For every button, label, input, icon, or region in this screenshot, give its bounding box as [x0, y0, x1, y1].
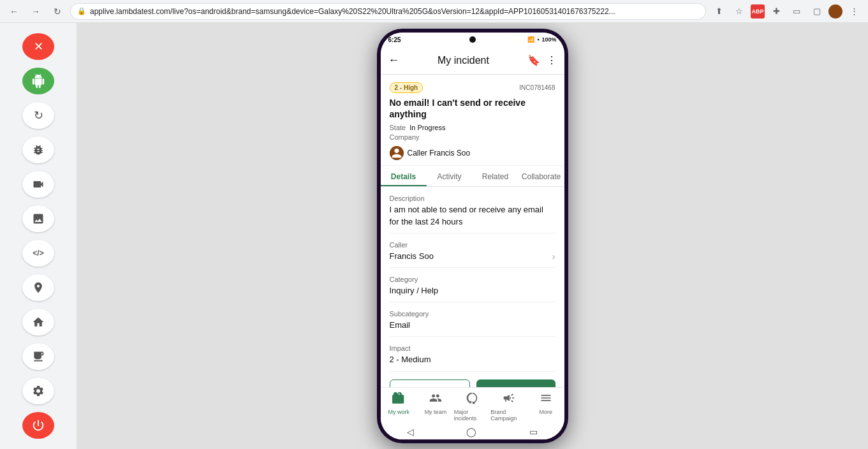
home-button[interactable] [22, 309, 54, 335]
app-menu-icon[interactable]: ⋮ [547, 54, 557, 66]
rotate-button[interactable]: ↻ [22, 102, 54, 129]
code-button[interactable]: </> [22, 240, 54, 267]
subcategory-value: Email [390, 320, 555, 331]
category-value: Inquiry / Help [390, 285, 555, 297]
android-nav-bar: ◁ ◯ ▭ [381, 424, 564, 439]
more-label: More [539, 409, 552, 415]
close-button[interactable]: ✕ [22, 33, 54, 60]
major-incidents-label: Major incidents [454, 409, 491, 422]
android-recent-btn[interactable]: ▭ [529, 427, 538, 437]
address-bar[interactable]: 🔒 applive.lambdatest.com/live?os=android… [70, 3, 706, 20]
browser-menu-button[interactable]: ⋮ [845, 3, 863, 20]
phone-screen: 6:25 📶 ▪ 100% ← My incident 🔖 ⋮ [381, 33, 564, 439]
report-button[interactable] [22, 343, 54, 370]
action-buttons: Add comments Resolve [381, 372, 564, 388]
brand-campaign-label: Brand Campaign [490, 409, 527, 422]
my-work-nav[interactable]: My work [381, 392, 418, 422]
video-button[interactable] [22, 171, 54, 198]
tab-details[interactable]: Details [381, 166, 427, 186]
settings-button[interactable] [22, 378, 54, 404]
subcategory-label: Subcategory [390, 310, 555, 318]
caller-avatar [390, 146, 404, 160]
address-text: applive.lambdatest.com/live?os=android&b… [90, 7, 699, 16]
wifi-icon: ▪ [537, 36, 539, 43]
back-button[interactable]: ← [5, 3, 23, 20]
tab-activity[interactable]: Activity [427, 166, 473, 186]
brand-campaign-nav[interactable]: Brand Campaign [490, 392, 527, 422]
app-title: My incident [405, 55, 522, 66]
category-label: Category [390, 276, 555, 283]
phone-frame: 6:25 📶 ▪ 100% ← My incident 🔖 ⋮ [377, 29, 568, 443]
state-value: In Progress [409, 124, 445, 131]
refresh-button[interactable]: ↻ [48, 3, 66, 20]
incident-id: INC0781468 [519, 84, 555, 91]
caller-arrow-icon: › [552, 251, 555, 261]
more-nav[interactable]: More [527, 392, 564, 422]
impact-value: 2 - Medium [390, 354, 555, 365]
share-button[interactable]: ⬆ [710, 3, 728, 20]
my-team-nav[interactable]: My team [417, 392, 454, 422]
cast-button[interactable]: ▭ [788, 3, 805, 20]
sidebar: ✕ ↻ </> [0, 23, 77, 449]
caller-row: Caller Francis Soo [390, 146, 555, 160]
category-field-block: Category Inquiry / Help [390, 268, 555, 302]
status-icons: 📶 ▪ 100% [527, 36, 556, 43]
browser-chrome: ← → ↻ 🔒 applive.lambdatest.com/live?os=a… [0, 0, 868, 23]
scroll-content: 2 - High INC0781468 No email! I can't se… [381, 75, 564, 387]
more-icon [540, 392, 552, 408]
state-label: State [390, 124, 406, 131]
bottom-nav: My work My team Major incidents [381, 387, 564, 424]
bookmark-icon[interactable]: 🔖 [527, 54, 540, 66]
android-home-btn[interactable]: ◯ [466, 427, 476, 437]
my-work-label: My work [388, 409, 410, 415]
my-team-label: My team [425, 409, 447, 415]
caller-value: Francis Soo [390, 251, 434, 262]
forward-button[interactable]: → [27, 3, 45, 20]
lock-icon: 🔒 [77, 7, 86, 15]
my-work-icon [392, 392, 405, 408]
tab-related[interactable]: Related [473, 166, 519, 186]
caller-value-row: Francis Soo › [390, 251, 555, 262]
status-time: 6:25 [388, 36, 401, 43]
incident-title: No email! I can't send or receive anythi… [390, 97, 555, 120]
major-incidents-nav[interactable]: Major incidents [454, 392, 491, 422]
impact-field-block: Impact 2 - Medium [390, 337, 555, 371]
tabs-bar: Details Activity Related Collaborate [381, 166, 564, 187]
description-label: Description [390, 195, 555, 202]
caller-name: Caller Francis Soo [408, 149, 471, 158]
browser-action-buttons: ⬆ ☆ ABP ✚ ▭ ▢ ⋮ [710, 3, 863, 20]
bookmark-button[interactable]: ☆ [730, 3, 748, 20]
app-bar-actions: 🔖 ⋮ [527, 54, 557, 66]
profile-avatar[interactable] [828, 4, 842, 18]
caller-field-block[interactable]: Caller Francis Soo › [390, 233, 555, 268]
power-button[interactable] [22, 412, 54, 439]
incident-header: 2 - High INC0781468 No email! I can't se… [381, 75, 564, 166]
description-value: I am not able to send or receive any ema… [390, 204, 555, 227]
gallery-button[interactable] [22, 205, 54, 232]
priority-badge: 2 - High [390, 82, 423, 93]
android-button[interactable] [22, 68, 54, 94]
app-bar: ← My incident 🔖 ⋮ [381, 47, 564, 75]
android-back-btn[interactable]: ◁ [407, 427, 414, 437]
description-field-block: Description I am not able to send or rec… [390, 187, 555, 233]
back-icon[interactable]: ← [388, 54, 400, 67]
impact-label: Impact [390, 344, 555, 352]
brand-campaign-icon [503, 392, 515, 408]
extensions-button[interactable]: ✚ [767, 3, 785, 20]
incident-meta: 2 - High INC0781468 [390, 82, 555, 93]
signal-icon: 📶 [527, 36, 534, 43]
add-comments-button[interactable]: Add comments [390, 379, 470, 388]
camera-hole [469, 36, 476, 43]
main-content: 6:25 📶 ▪ 100% ← My incident 🔖 ⋮ [77, 23, 868, 449]
resolve-button[interactable]: Resolve [476, 379, 555, 388]
state-row: State In Progress [390, 124, 555, 131]
location-button[interactable] [22, 274, 54, 301]
subcategory-field-block: Subcategory Email [390, 302, 555, 337]
bug-button[interactable] [22, 136, 54, 163]
major-incidents-icon [466, 392, 478, 408]
window-button[interactable]: ▢ [808, 3, 826, 20]
company-row: Company [390, 133, 555, 141]
abp-badge: ABP [751, 4, 765, 18]
tab-collaborate[interactable]: Collaborate [519, 166, 564, 186]
my-team-icon [429, 392, 442, 408]
